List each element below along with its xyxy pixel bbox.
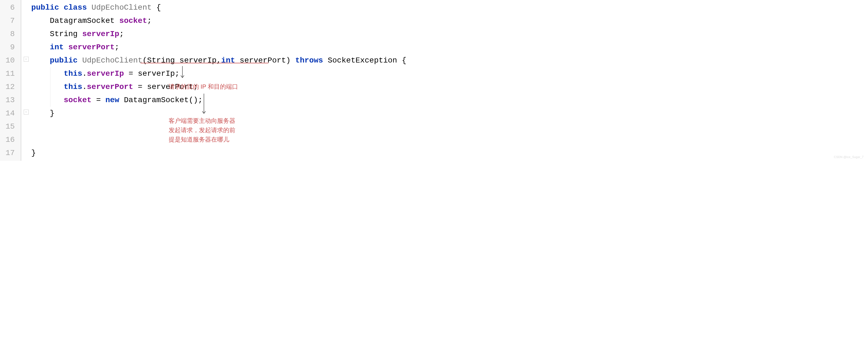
line-number: 11 <box>5 67 15 80</box>
fold-gutter: − − <box>22 0 31 161</box>
red-underline <box>141 63 269 63</box>
line-number: 8 <box>5 28 15 41</box>
code-line <box>31 120 868 133</box>
line-number-gutter: 6 7 8 9 10 11 12 13 14 15 16 17 <box>0 0 22 161</box>
line-number: 10 <box>5 54 15 67</box>
line-number: 7 <box>5 14 15 28</box>
line-number: 14 <box>5 107 15 120</box>
code-line: int serverPort; <box>31 41 868 54</box>
code-line: public class UdpEchoClient { <box>31 1 868 14</box>
annotation-text: 请求的目的 IP 和目的端口 <box>168 82 238 92</box>
line-number: 16 <box>5 133 15 146</box>
line-number: 17 <box>5 146 15 160</box>
code-line: socket = new DatagramSocket(); <box>31 94 868 107</box>
arrow-down-icon <box>180 66 185 79</box>
code-line: } <box>31 107 868 120</box>
annotation-text: 客户端需要主动向服务器 发起请求，发起请求的前 提是知道服务器在哪儿 <box>168 116 235 144</box>
code-area[interactable]: public class UdpEchoClient { DatagramSoc… <box>31 0 868 161</box>
code-editor: 6 7 8 9 10 11 12 13 14 15 16 17 − − publ… <box>0 0 868 161</box>
line-number: 15 <box>5 120 15 133</box>
code-line: this.serverIp = serverIp; <box>31 67 868 80</box>
line-number: 9 <box>5 41 15 54</box>
line-number: 12 <box>5 80 15 94</box>
line-number: 13 <box>5 94 15 107</box>
code-line: this.serverPort = serverPort; <box>31 80 868 94</box>
fold-icon[interactable]: − <box>24 57 29 62</box>
watermark: CSDN @Ice_Sugar_7 <box>834 155 864 159</box>
code-line <box>31 133 868 146</box>
code-line: String serverIp; <box>31 28 868 41</box>
fold-icon[interactable]: − <box>24 110 29 114</box>
code-line: DatagramSocket socket; <box>31 14 868 28</box>
line-number: 6 <box>5 1 15 14</box>
arrow-down-icon <box>201 93 207 115</box>
code-line: public UdpEchoClient(String serverIp,int… <box>31 54 868 67</box>
code-line: } <box>31 146 868 160</box>
